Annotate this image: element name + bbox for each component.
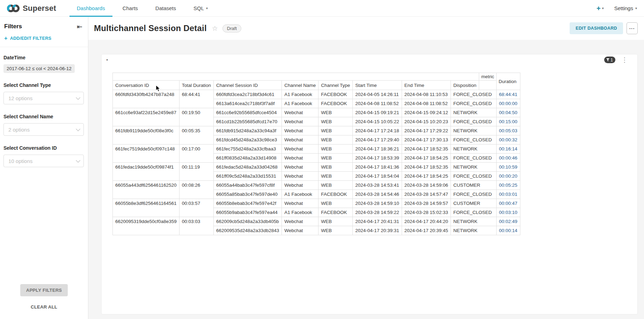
cell-channel-type: WEB: [319, 163, 353, 172]
cell-start-time: 2024-04-15 10:05:22: [353, 117, 402, 126]
cell-disposition: FORCE_CLOSED: [451, 208, 497, 217]
cell-channel-name: Webchat: [282, 126, 319, 135]
add-edit-filters-button[interactable]: + ADD/EDIT FILTERS: [0, 34, 88, 47]
cell-channel-name: Webchat: [282, 108, 319, 117]
cell-duration: 00:05:25: [496, 181, 520, 190]
cell-channel-type: FACEBOOK: [319, 90, 353, 99]
cell-channel-type: WEB: [319, 117, 353, 126]
column-header-row: Conversation ID Total Duration Channel S…: [113, 81, 520, 90]
tab-sql[interactable]: SQL▾: [185, 0, 217, 16]
cell-duration: 00:00:20: [496, 172, 520, 181]
cell-channel-type: WEB: [319, 154, 353, 163]
cell-disposition: CUSTOMER: [451, 181, 497, 190]
cell-duration: 00:16:14: [496, 144, 520, 154]
cell-disposition: FORCE_CLOSED: [451, 90, 497, 99]
cell-channel-name: Webchat: [282, 172, 319, 181]
clear-all-button[interactable]: CLEAR ALL: [31, 304, 57, 310]
more-options-button[interactable]: ···: [627, 22, 638, 34]
col-header-conversation-id: Conversation ID: [113, 81, 180, 90]
col-header-total-duration: Total Duration: [179, 81, 213, 90]
cell-disposition: FORCE_CLOSED: [451, 172, 497, 181]
cell-total-duration: 00:19:50: [179, 108, 213, 126]
cell-total-duration: 00:08:26: [179, 181, 213, 199]
filter-label-datetime: DateTime: [3, 55, 84, 60]
metric-group-label: metric: [479, 73, 497, 81]
caret-down-icon: ▾: [602, 6, 604, 10]
cell-channel-name: Webchat: [282, 117, 319, 126]
datetime-range-chip[interactable]: 2017-06-12 ≤ col < 2024-06-12: [3, 64, 75, 73]
kebab-menu-icon[interactable]: ⋮: [621, 57, 628, 63]
cell-channel-type: WEB: [319, 108, 353, 117]
favorite-star-icon[interactable]: ☆: [212, 24, 218, 32]
cell-start-time: 2024-04-17 18:53:39: [353, 154, 402, 163]
cell-disposition: NETWORK: [451, 217, 497, 226]
cell-disposition: NETWORK: [451, 226, 497, 235]
cell-end-time: 2024-04-15 10:20:23: [402, 117, 451, 126]
top-nav: Superset Dashboards Charts Datasets SQL▾…: [0, 0, 644, 17]
cell-channel-session-id: 661ff09c5d248a2a33d15531: [213, 172, 281, 181]
chart-card: . 1 ⋮: [101, 54, 638, 314]
cell-end-time: 2024-04-17 20:44:20: [402, 217, 451, 226]
plus-icon: +: [597, 5, 601, 12]
settings-menu[interactable]: Settings ▾: [614, 5, 637, 11]
cell-channel-type: FACEBOOK: [319, 190, 353, 199]
cell-channel-session-id: 661fdb915d248a2a33c94a3f: [213, 126, 281, 135]
cell-conversation-id: 6620095319dde50cf0a8e359: [113, 217, 180, 235]
channel-type-select[interactable]: 12 options: [3, 92, 84, 104]
funnel-icon: [606, 58, 609, 61]
brand-name: Superset: [23, 4, 56, 13]
cell-total-duration: 00:17:00: [179, 144, 213, 163]
cell-disposition: FORCE_CLOSED: [451, 154, 497, 163]
tab-charts[interactable]: Charts: [114, 0, 147, 16]
chevron-down-icon: [76, 158, 80, 163]
cell-total-duration: 00:03:57: [179, 199, 213, 217]
cell-start-time: 2024-04-08 11:08:52: [353, 99, 402, 108]
edit-dashboard-button[interactable]: EDIT DASHBOARD: [570, 22, 623, 34]
table-row: 660fdfd3430fb4247b87a24868:44:41660fdfd3…: [113, 90, 520, 99]
conversation-id-select[interactable]: 10 options: [3, 155, 84, 167]
cell-duration: 00:00:14: [496, 226, 520, 235]
superset-logo[interactable]: Superset: [6, 0, 56, 16]
apply-filters-button[interactable]: APPLY FILTERS: [20, 284, 68, 296]
cell-channel-name: Webchat: [282, 199, 319, 208]
cell-channel-session-id: 661ff0835d248a2a33d14908: [213, 154, 281, 163]
cell-channel-session-id: 66055b8ebab3c47fe597e42f: [213, 199, 281, 208]
new-item-button[interactable]: + ▾: [597, 5, 604, 12]
channel-name-select[interactable]: 2 options: [3, 123, 84, 136]
status-badge: Draft: [222, 24, 241, 32]
cell-channel-session-id: 6613a614cea2c718bf3f7a8f: [213, 99, 281, 108]
cell-channel-session-id: 661fec755d248a2a33cfbaa3: [213, 144, 281, 154]
cell-end-time: 2024-04-17 18:54:25: [402, 154, 451, 163]
cell-start-time: 2024-03-28 14:53:41: [353, 181, 402, 190]
cell-start-time: 2024-03-28 14:59:10: [353, 199, 402, 208]
cell-conversation-id: 661fdb9119dde50cf08e3f0c: [113, 126, 180, 144]
cell-disposition: CUSTOMER: [451, 199, 497, 208]
cell-start-time: 2024-04-05 14:26:11: [353, 90, 402, 99]
col-header-channel-session-id: Channel Session ID: [213, 81, 281, 90]
cell-channel-type: WEB: [319, 226, 353, 235]
cell-start-time: 2024-04-17 18:36:21: [353, 144, 402, 154]
cell-end-time: 2024-03-28 14:59:57: [402, 199, 451, 208]
collapse-sidebar-icon[interactable]: ⇤: [77, 23, 82, 30]
plus-icon: +: [4, 36, 8, 41]
cell-channel-name: Webchat: [282, 163, 319, 172]
cell-conversation-id: 66055b8e3df6256461164561: [113, 199, 180, 217]
cell-end-time: 2024-04-15 09:24:12: [402, 108, 451, 117]
cell-channel-name: Webchat: [282, 144, 319, 154]
cell-duration: 00:04:50: [496, 108, 520, 117]
tab-datasets[interactable]: Datasets: [147, 0, 185, 16]
cell-end-time: 2024-03-28 14:57:47: [402, 190, 451, 199]
cell-channel-session-id: 662009535d248a2a33db2843: [213, 226, 281, 235]
tab-dashboards[interactable]: Dashboards: [68, 0, 114, 16]
filter-label-channel-type: Select Channel Type: [3, 82, 84, 88]
applied-filter-count-badge[interactable]: 1: [604, 57, 615, 63]
cell-channel-type: WEB: [319, 217, 353, 226]
chevron-down-icon: [76, 127, 80, 131]
cell-duration: 68:44:41: [496, 90, 520, 99]
cell-disposition: FORCE_CLOSED: [451, 117, 497, 126]
cell-duration: 00:03:01: [496, 190, 520, 199]
cell-channel-type: FACEBOOK: [319, 99, 353, 108]
dashboard-canvas: . 1 ⋮: [88, 40, 644, 319]
superset-infinity-icon: [6, 4, 20, 13]
cell-start-time: 2024-04-17 20:41:31: [353, 217, 402, 226]
